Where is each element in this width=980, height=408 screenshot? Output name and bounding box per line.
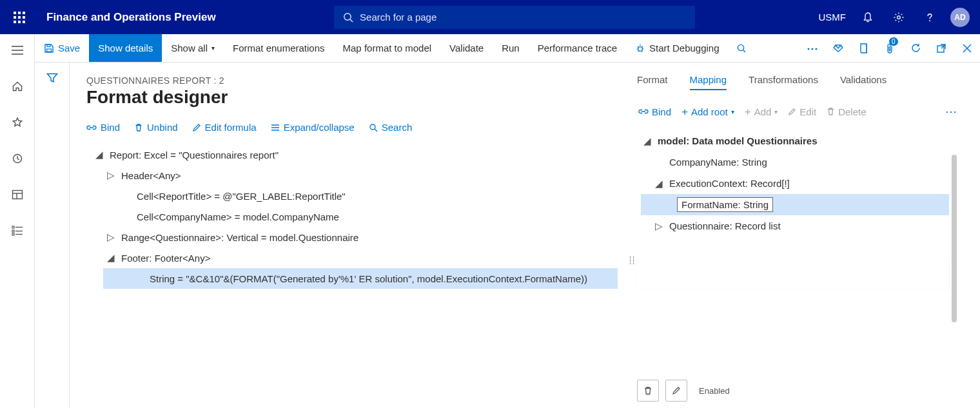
close-icon[interactable] <box>954 34 980 62</box>
tree-node-report[interactable]: ◢Report: Excel = "Questionnaires report" <box>90 144 618 165</box>
scrollbar[interactable] <box>952 155 957 322</box>
map-node-model[interactable]: ◢model: Data model Questionnaires <box>641 130 980 151</box>
bind-button[interactable]: Bind <box>86 122 120 133</box>
enabled-label: Enabled <box>699 386 730 396</box>
caret-down-icon: ◢ <box>643 135 651 147</box>
attachments-badge: 0 <box>889 37 898 46</box>
tab-mapping[interactable]: Mapping <box>690 74 727 85</box>
app-title: Finance and Operations Preview <box>46 11 216 24</box>
action-bar: Save Show details Show all▾ Format enume… <box>0 34 980 63</box>
company-label[interactable]: USMF <box>814 12 852 23</box>
avatar[interactable]: AD <box>950 8 970 27</box>
tree-node-cell-company[interactable]: Cell<CompanyName> = model.CompanyName <box>90 206 618 227</box>
save-button[interactable]: Save <box>35 34 89 62</box>
waffle-icon[interactable] <box>6 5 32 30</box>
start-debugging-button[interactable]: Start Debugging <box>626 34 728 62</box>
modules-icon[interactable] <box>6 221 28 240</box>
tab-format[interactable]: Format <box>637 74 668 85</box>
tree-node-cell-title[interactable]: Cell<ReportTitle> = @"GER_LABEL:ReportTi… <box>90 186 618 206</box>
svg-line-21 <box>743 50 745 52</box>
attachments-icon[interactable]: 0 <box>877 34 903 62</box>
body: QUESTIONNAIRES REPORT : 2 Format designe… <box>35 63 980 408</box>
left-rail <box>0 34 35 408</box>
svg-rect-17 <box>47 49 52 52</box>
mapping-bind-button[interactable]: Bind <box>638 106 671 117</box>
popout-icon[interactable] <box>928 34 954 62</box>
bottom-bar: Enabled <box>634 376 961 408</box>
home-icon[interactable] <box>6 77 28 96</box>
filter-icon[interactable] <box>46 73 58 408</box>
tree-node-string[interactable]: String = "&C&10"&(FORMAT("Generated by'%… <box>103 268 618 289</box>
tab-validations[interactable]: Validations <box>840 74 887 85</box>
delete-node-button[interactable] <box>637 380 659 402</box>
link-icon <box>638 108 649 115</box>
map-node-company[interactable]: CompanyName: String <box>641 151 980 173</box>
link-icon <box>86 124 97 131</box>
svg-point-2 <box>897 15 901 19</box>
search-icon <box>343 12 353 23</box>
right-tabs: Format Mapping Transformations Validatio… <box>634 74 980 85</box>
run-button[interactable]: Run <box>493 34 529 62</box>
search-icon <box>369 123 378 132</box>
recent-icon[interactable] <box>6 149 28 168</box>
help-icon[interactable] <box>916 3 944 32</box>
validate-button[interactable]: Validate <box>440 34 493 62</box>
edit-button: Edit <box>788 106 816 117</box>
find-button[interactable] <box>729 34 754 62</box>
chevron-down-icon: ▾ <box>211 44 215 52</box>
tree-node-range[interactable]: ▷Range<Questionnaire>: Vertical = model.… <box>90 227 618 248</box>
tree-node-header[interactable]: ▷Header<Any> <box>90 165 618 186</box>
performance-trace-button[interactable]: Performance trace <box>529 34 626 62</box>
top-banner: Finance and Operations Preview USMF AD <box>0 0 980 34</box>
tab-transformations[interactable]: Transformations <box>749 74 818 85</box>
trash-icon <box>643 386 652 396</box>
caret-right-icon: ▷ <box>107 170 115 181</box>
expand-collapse-button[interactable]: Expand/collapse <box>271 122 355 133</box>
plus-icon: + <box>681 106 688 117</box>
add-button: +Add▾ <box>745 106 778 117</box>
pencil-icon <box>672 386 681 395</box>
caret-down-icon: ◢ <box>95 149 103 160</box>
hamburger-icon[interactable] <box>6 41 28 60</box>
svg-point-20 <box>738 44 743 50</box>
page-title: Format designer <box>86 87 618 108</box>
tree-search-button[interactable]: Search <box>369 122 413 133</box>
format-toolbar: Bind Unbind Edit formula Expand/collapse… <box>86 122 618 133</box>
splitter-handle[interactable]: ┆┆ <box>628 256 634 265</box>
workspace-icon[interactable] <box>6 185 28 204</box>
edit-node-button[interactable] <box>665 380 687 402</box>
add-root-button[interactable]: +Add root▾ <box>681 106 734 117</box>
edit-formula-button[interactable]: Edit formula <box>192 122 257 133</box>
caret-down-icon: ◢ <box>655 178 663 189</box>
unbind-button[interactable]: Unbind <box>134 122 178 133</box>
notifications-icon[interactable] <box>854 3 882 32</box>
show-all-button[interactable]: Show all▾ <box>162 34 224 62</box>
trash-icon <box>827 107 835 116</box>
map-node-formatname[interactable]: FormatName: String <box>641 194 949 215</box>
plus-icon: + <box>745 106 751 117</box>
left-pane: QUESTIONNAIRES REPORT : 2 Format designe… <box>70 63 634 408</box>
trash-icon <box>134 123 143 132</box>
svg-rect-11 <box>12 226 14 228</box>
tree-node-footer[interactable]: ◢Footer: Footer<Any> <box>90 248 618 268</box>
overflow-icon[interactable]: ⋯ <box>799 34 825 62</box>
svg-rect-18 <box>47 44 50 46</box>
map-format-button[interactable]: Map format to model <box>334 34 441 62</box>
book-icon[interactable] <box>851 34 877 62</box>
map-node-exec[interactable]: ◢ExecutionContext: Record[!] <box>641 173 980 194</box>
global-search-input[interactable] <box>360 12 686 23</box>
caret-right-icon: ▷ <box>655 220 663 232</box>
gear-icon[interactable] <box>885 3 913 32</box>
svg-point-0 <box>344 13 351 19</box>
star-icon[interactable] <box>6 113 28 132</box>
list-icon <box>271 124 280 131</box>
format-enumerations-button[interactable]: Format enumerations <box>224 34 334 62</box>
map-node-questionnaire[interactable]: ▷Questionnaire: Record list <box>641 215 980 237</box>
mapping-overflow-icon[interactable]: ⋯ <box>945 104 957 119</box>
diamond-icon[interactable] <box>825 34 851 62</box>
refresh-icon[interactable] <box>903 34 928 62</box>
right-pane: Format Mapping Transformations Validatio… <box>634 63 980 408</box>
global-search[interactable] <box>334 6 695 29</box>
caret-right-icon: ▷ <box>107 231 115 243</box>
show-details-button[interactable]: Show details <box>89 34 162 62</box>
